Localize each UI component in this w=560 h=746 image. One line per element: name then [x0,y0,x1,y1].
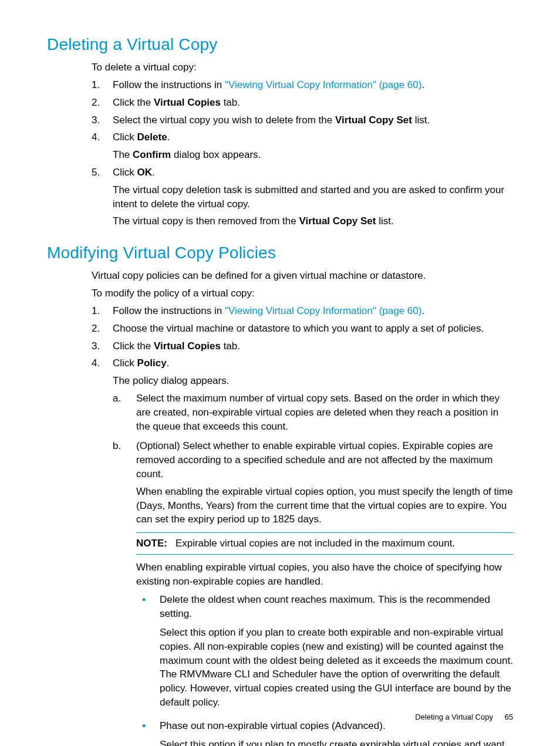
text-run: tab. [221,97,240,108]
text-run: . [421,79,424,90]
step-item: 1.Follow the instructions in "Viewing Vi… [92,304,513,318]
substep-letter: a. [113,391,121,406]
bullet-body: Select this option if you plan to mostly… [160,738,513,746]
text-run: Click [113,131,137,143]
step-text: Follow the instructions in "Viewing Virt… [113,304,513,318]
step-text: Select the virtual copy you wish to dele… [113,113,513,127]
heading-modifying: Modifying Virtual Copy Policies [47,241,513,264]
step-item: 2.Choose the virtual machine or datastor… [92,322,513,336]
substeps: a.Select the maximum number of virtual c… [113,391,513,746]
bullet-item: Phase out non-expirable virtual copies (… [136,719,513,746]
text-run: Click the [113,97,154,108]
bold-term: Virtual Copies [154,97,221,108]
text-run: . [421,305,424,316]
step-text: Choose the virtual machine or datastore … [113,322,513,336]
bullet-item: Delete the oldest when count reaches max… [136,593,513,709]
bullet-list: Delete the oldest when count reaches max… [136,593,513,746]
step-item: 4.Click Delete.The Confirm dialog box ap… [92,130,513,162]
text-run: Follow the instructions in [113,79,225,90]
step-item: 3.Select the virtual copy you wish to de… [92,113,513,127]
section1-steps: 1.Follow the instructions in "Viewing Vi… [92,78,513,228]
step-number: 3. [92,339,100,353]
step-number: 4. [92,356,100,370]
section1-body: To delete a virtual copy: 1.Follow the i… [92,60,513,228]
step-text: Click OK. [113,166,513,180]
step-number: 2. [92,96,100,110]
bold-term: Virtual Copies [154,340,221,352]
text-run: The virtual copy is then removed from th… [113,215,299,227]
step-number: 1. [92,304,100,318]
text-run: The [113,149,133,160]
bold-term: Virtual Copy Set [335,114,412,126]
heading-deleting: Deleting a Virtual Copy [47,33,513,56]
note-box: NOTE:Expirable virtual copies are not in… [136,532,513,555]
text-run: The virtual copy deletion task is submit… [113,184,504,210]
step-item: 3.Click the Virtual Copies tab. [92,339,513,353]
section2-intro2: To modify the policy of a virtual copy: [92,286,513,301]
bold-term: Delete [137,131,167,143]
step-item: 5.Click OK.The virtual copy deletion tas… [92,166,513,228]
substep-text: (Optional) Select whether to enable expi… [136,439,513,481]
page-footer: Deleting a Virtual Copy 65 [415,712,513,723]
section1-intro: To delete a virtual copy: [92,60,513,75]
substep-text: Select the maximum number of virtual cop… [136,391,513,433]
step-followup: The Confirm dialog box appears. [113,148,513,162]
text-run: Click [113,167,137,178]
text-run: dialog box appears. [171,149,261,160]
section2-intro1: Virtual copy policies can be defined for… [92,269,513,283]
substep-paragraph: When enabling expirable virtual copies, … [136,561,513,589]
section2-body: Virtual copy policies can be defined for… [92,269,513,746]
step-number: 4. [92,130,100,144]
footer-page-number: 65 [505,713,513,721]
text-run: list. [376,215,393,227]
text-run: Click [113,357,137,369]
step-number: 5. [92,166,100,180]
text-run: list. [412,114,430,126]
cross-reference-link[interactable]: "Viewing Virtual Copy Information" (page… [225,305,422,316]
section2-steps: 1.Follow the instructions in "Viewing Vi… [92,304,513,746]
note-text: Expirable virtual copies are not include… [176,538,455,549]
note-label: NOTE: [136,538,167,549]
text-run: Select the virtual copy you wish to dele… [113,114,335,126]
step-text: Click Delete. [113,130,513,144]
bullet-lead: Delete the oldest when count reaches max… [160,593,513,621]
step-item: 4.Click Policy.The policy dialog appears… [92,356,513,746]
text-run: The policy dialog appears. [113,375,229,386]
bold-term: OK [137,167,153,178]
text-run: Follow the instructions in [113,305,225,316]
bold-term: Policy [137,357,167,369]
step-text: Follow the instructions in "Viewing Virt… [113,78,513,92]
bold-term: Virtual Copy Set [299,215,376,227]
step-followup: The virtual copy is then removed from th… [113,214,513,228]
step-number: 1. [92,78,100,92]
text-run: . [152,167,155,178]
step-number: 2. [92,322,100,336]
cross-reference-link[interactable]: "Viewing Virtual Copy Information" (page… [225,79,422,90]
substep-paragraph: When enabling the expirable virtual copi… [136,485,513,526]
document-page: Deleting a Virtual Copy To delete a virt… [0,0,560,746]
footer-title: Deleting a Virtual Copy [415,713,493,721]
text-run: . [167,357,170,369]
bold-term: Confirm [133,149,171,160]
step-followup: The virtual copy deletion task is submit… [113,183,513,211]
step-text: Click Policy. [113,356,513,370]
text-run: Click the [113,340,154,352]
bullet-body: Select this option if you plan to create… [160,626,513,710]
substep-item: b.(Optional) Select whether to enable ex… [113,439,513,746]
step-item: 2.Click the Virtual Copies tab. [92,96,513,110]
substep-item: a.Select the maximum number of virtual c… [113,391,513,433]
step-text: Click the Virtual Copies tab. [113,339,513,353]
step-text: Click the Virtual Copies tab. [113,96,513,110]
step-item: 1.Follow the instructions in "Viewing Vi… [92,78,513,92]
text-run: . [167,131,170,143]
text-run: tab. [221,340,240,352]
step-followup: The policy dialog appears. [113,374,513,388]
text-run: Choose the virtual machine or datastore … [113,323,484,334]
step-number: 3. [92,113,100,127]
substep-letter: b. [113,439,121,453]
